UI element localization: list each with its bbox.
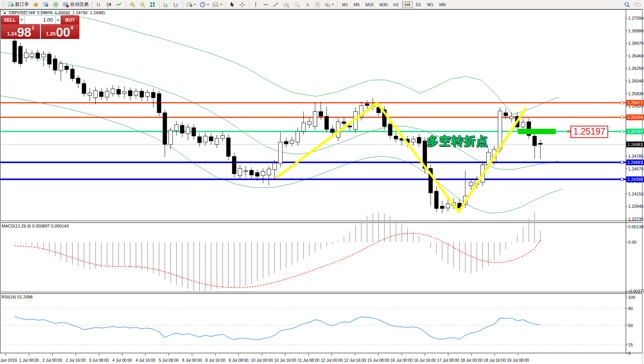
rsi-axis-label: 100 — [628, 295, 635, 300]
line-handle[interactable] — [621, 101, 623, 104]
candle-body[interactable] — [521, 122, 525, 127]
candle-body[interactable] — [111, 89, 115, 93]
candle-body[interactable] — [94, 91, 97, 98]
candle-body[interactable] — [510, 116, 513, 119]
candle-body[interactable] — [70, 69, 74, 79]
candle-body[interactable] — [296, 131, 300, 142]
macd-panel[interactable] — [0, 223, 642, 292]
candle-body[interactable] — [128, 91, 132, 96]
candle-body[interactable] — [232, 157, 236, 174]
sell-price[interactable]: 1.24 98 1 — [1, 24, 40, 39]
candle-body[interactable] — [36, 53, 40, 58]
candle-body[interactable] — [42, 54, 45, 57]
candle-body[interactable] — [47, 54, 51, 64]
chart-canvas[interactable]: 1.270901.268801.266701.264601.262501.260… — [0, 0, 644, 364]
candle-body[interactable] — [18, 46, 22, 64]
buy-price-big: 00 — [56, 27, 70, 37]
buy-button[interactable]: BUY — [61, 15, 79, 24]
candle-body[interactable] — [117, 89, 121, 94]
candle-body[interactable] — [198, 136, 201, 143]
candle-body[interactable] — [134, 91, 138, 95]
candle-body[interactable] — [82, 83, 86, 93]
candle-body[interactable] — [140, 91, 144, 97]
candle-body[interactable] — [157, 94, 161, 113]
line-handle[interactable] — [621, 161, 623, 164]
candle-body[interactable] — [99, 92, 103, 96]
collapse-triangle-icon[interactable]: ▲ — [3, 11, 7, 15]
candle-body[interactable] — [411, 139, 415, 142]
line-handle[interactable] — [621, 116, 623, 119]
candle-body[interactable] — [284, 142, 288, 144]
time-label: 8 Jul 16:00 — [205, 358, 225, 362]
candle-body[interactable] — [255, 173, 259, 176]
candle-body[interactable] — [325, 116, 329, 130]
candle-body[interactable] — [504, 113, 508, 116]
price-tick-label: 1.26250 — [628, 66, 644, 71]
candle-body[interactable] — [348, 126, 352, 127]
candle-body[interactable] — [533, 136, 537, 146]
candle-body[interactable] — [59, 64, 63, 71]
price-box-label: 1.24981 — [627, 142, 643, 147]
candle-body[interactable] — [186, 127, 190, 134]
candle-body[interactable] — [469, 182, 473, 185]
line-handle[interactable] — [621, 130, 623, 133]
candle-body[interactable] — [313, 111, 317, 126]
candle-body[interactable] — [65, 66, 69, 69]
candle-body[interactable] — [209, 136, 213, 141]
candle-body[interactable] — [388, 124, 392, 136]
candle-body[interactable] — [238, 169, 242, 176]
candle-body[interactable] — [307, 122, 311, 125]
candle-body[interactable] — [203, 136, 207, 142]
volume-input[interactable]: 1.00 — [25, 15, 55, 24]
highlight-zone[interactable] — [518, 129, 556, 134]
candle-body[interactable] — [261, 172, 265, 176]
candle-body[interactable] — [163, 113, 167, 144]
candle-body[interactable] — [174, 125, 178, 131]
rsi-panel[interactable] — [0, 294, 642, 353]
candle-body[interactable] — [146, 93, 149, 97]
buy-price[interactable]: 1.25 00 4 — [40, 24, 79, 39]
line-handle[interactable] — [621, 178, 623, 181]
turning-point-annotation[interactable]: 多空转折点 — [427, 133, 488, 149]
candle-body[interactable] — [394, 136, 398, 139]
chart-symbol-header: ▲ GBPUSD-,H4 1.24970 1.25093 1.24756 1.2… — [3, 10, 105, 15]
candle-body[interactable] — [267, 169, 271, 175]
candle-body[interactable] — [24, 53, 28, 57]
candle-body[interactable] — [30, 54, 34, 57]
candle-body[interactable] — [278, 142, 282, 163]
volume-spin-up[interactable]: ▲ — [55, 15, 61, 24]
candle-body[interactable] — [221, 135, 225, 138]
candle-body[interactable] — [53, 59, 57, 71]
candle-body[interactable] — [498, 111, 502, 149]
candle-body[interactable] — [192, 128, 196, 136]
candle-body[interactable] — [417, 137, 421, 143]
candle-body[interactable] — [290, 140, 294, 143]
time-label: 12 Jul 00:00 — [321, 358, 343, 362]
price-box-label: 1.25677 — [627, 100, 643, 105]
candle-body[interactable] — [76, 78, 80, 83]
candle-body[interactable] — [250, 170, 253, 175]
candle-body[interactable] — [105, 91, 109, 97]
candle-body[interactable] — [226, 138, 230, 157]
candle-body[interactable] — [122, 92, 126, 94]
sell-button[interactable]: SELL — [1, 15, 19, 24]
candle-body[interactable] — [244, 171, 248, 172]
candle-body[interactable] — [538, 143, 542, 145]
candle-body[interactable] — [440, 206, 444, 209]
candle-body[interactable] — [180, 125, 184, 133]
candle-body[interactable] — [330, 129, 334, 132]
candle-body[interactable] — [273, 163, 277, 170]
candle-body[interactable] — [434, 191, 438, 209]
candle-body[interactable] — [302, 123, 305, 131]
candle-body[interactable] — [342, 122, 346, 124]
candle-body[interactable] — [365, 104, 369, 106]
candle-body[interactable] — [151, 93, 155, 98]
candle-body[interactable] — [169, 130, 173, 144]
price-tag-box[interactable]: 1.25197 — [570, 126, 608, 138]
candle-body[interactable] — [319, 111, 323, 116]
candle-body[interactable] — [446, 204, 450, 208]
candle-body[interactable] — [88, 93, 92, 95]
volume-spin-down[interactable]: ▼ — [19, 15, 25, 24]
candle-body[interactable] — [215, 138, 219, 145]
candle-body[interactable] — [13, 41, 17, 62]
